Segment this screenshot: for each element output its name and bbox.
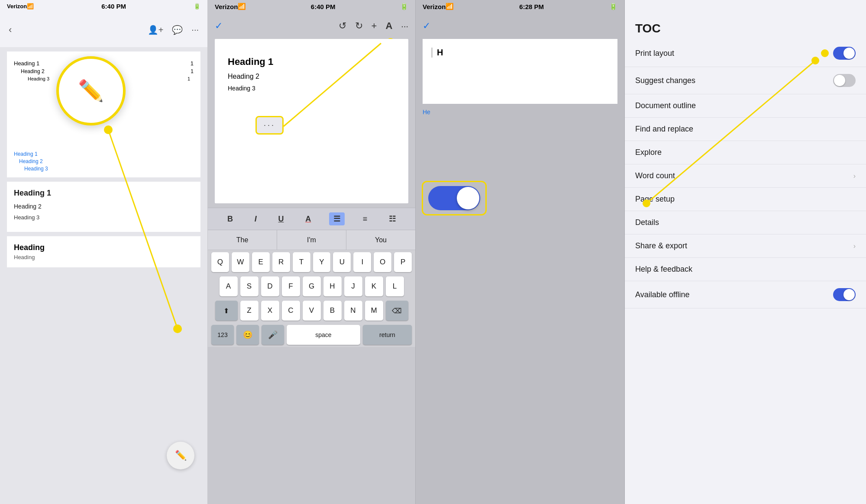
print-layout-label: Print layout — [635, 49, 674, 58]
key-l[interactable]: L — [386, 276, 404, 296]
suggest-changes-toggle[interactable] — [833, 74, 856, 87]
key-return[interactable]: return — [363, 325, 412, 345]
menu-item-share-export[interactable]: Share & export › — [625, 234, 866, 258]
key-e[interactable]: E — [252, 252, 270, 272]
comment-icon[interactable]: 💬 — [172, 25, 183, 35]
doc-headings-section: Heading 1 Heading 2 Heading 3 — [7, 182, 200, 232]
autocomplete-bar: The I'm You — [208, 230, 415, 250]
menu-item-explore[interactable]: Explore — [625, 141, 866, 164]
align-center-button[interactable]: ≡ — [359, 213, 371, 225]
key-delete[interactable]: ⌫ — [386, 301, 408, 321]
add-person-icon[interactable]: 👤+ — [148, 25, 164, 35]
edit-fab-big[interactable]: ✏️ — [56, 56, 126, 125]
toc-link-h1[interactable]: Heading 1 — [14, 151, 194, 157]
share-export-label: Share & export — [635, 241, 687, 250]
menu-item-page-setup[interactable]: Page setup — [625, 188, 866, 211]
pencil-icon-big: ✏️ — [78, 79, 104, 103]
menu-item-print-layout[interactable]: Print layout — [625, 40, 866, 67]
big-toggle-switch[interactable] — [428, 186, 480, 210]
undo-button[interactable]: ↺ — [339, 20, 346, 32]
panel3-toolbar: ✓ — [416, 13, 624, 39]
bold-button[interactable]: B — [224, 213, 236, 225]
redo-button[interactable]: ↻ — [355, 20, 363, 32]
more-icon-1[interactable]: ··· — [191, 25, 199, 35]
key-row-3: ⬆ Z X C V B N M ⌫ — [208, 299, 415, 323]
three-dots-box[interactable]: ··· — [255, 116, 284, 135]
available-offline-toggle[interactable] — [833, 288, 856, 301]
edit-fab-small[interactable]: ✏️ — [167, 442, 194, 469]
key-u[interactable]: U — [333, 252, 351, 272]
autocomplete-you[interactable]: You — [346, 230, 415, 250]
key-d[interactable]: D — [261, 276, 279, 296]
key-s[interactable]: S — [240, 276, 259, 296]
key-h[interactable]: H — [323, 276, 342, 296]
text-color-button[interactable]: A — [302, 213, 314, 225]
key-o[interactable]: O — [374, 252, 391, 272]
explore-label: Explore — [635, 148, 662, 157]
key-m[interactable]: M — [365, 301, 383, 321]
key-shift[interactable]: ⬆ — [215, 301, 238, 321]
panel2-toolbar: ✓ ↺ ↻ + A ··· — [208, 13, 415, 39]
align-left-button[interactable]: ☰ — [329, 212, 345, 225]
key-emoji[interactable]: 😊 — [236, 325, 259, 345]
toc-link-h2[interactable]: Heading 2 — [14, 158, 194, 164]
time-3: 6:28 PM — [519, 3, 544, 10]
word-count-label: Word count — [635, 171, 675, 180]
key-j[interactable]: J — [344, 276, 362, 296]
menu-item-word-count[interactable]: Word count › — [625, 164, 866, 188]
toc-links-section: Heading 1 Heading 2 Heading 3 — [7, 147, 200, 177]
print-layout-toggle[interactable] — [833, 47, 856, 60]
toc-menu-title: TOC — [625, 13, 866, 40]
key-g[interactable]: G — [303, 276, 321, 296]
autocomplete-the[interactable]: The — [208, 230, 277, 250]
key-row-2: A S D F G H J K L — [208, 274, 415, 299]
footer-heading: Heading — [14, 243, 194, 252]
key-123[interactable]: 123 — [211, 325, 234, 345]
menu-item-find-replace[interactable]: Find and replace — [625, 118, 866, 141]
menu-item-suggest-changes[interactable]: Suggest changes — [625, 67, 866, 94]
key-z[interactable]: Z — [240, 301, 259, 321]
check-button-3[interactable]: ✓ — [423, 20, 430, 32]
key-space[interactable]: space — [287, 325, 360, 345]
key-x[interactable]: X — [261, 301, 279, 321]
italic-button[interactable]: I — [251, 213, 260, 225]
toggle-box-annotation[interactable] — [422, 181, 487, 215]
key-v[interactable]: V — [303, 301, 321, 321]
doc-heading1: Heading 1 — [14, 189, 194, 198]
key-w[interactable]: W — [232, 252, 249, 272]
back-icon[interactable]: ‹ — [9, 24, 12, 35]
keyboard: Q W E R T Y U I O P A S D F G H J K L ⬆ … — [208, 250, 415, 347]
key-t[interactable]: T — [293, 252, 310, 272]
key-mic[interactable]: 🎤 — [262, 325, 284, 345]
key-n[interactable]: N — [344, 301, 362, 321]
key-y[interactable]: Y — [313, 252, 331, 272]
menu-item-help-feedback[interactable]: Help & feedback — [625, 258, 866, 281]
text-format-button[interactable]: A — [385, 20, 392, 32]
panel3-blue-link[interactable]: He — [423, 109, 430, 116]
toc-link-h3[interactable]: Heading 3 — [14, 166, 194, 172]
key-r[interactable]: R — [272, 252, 290, 272]
key-row-1: Q W E R T Y U I O P — [208, 250, 415, 274]
add-button[interactable]: + — [372, 20, 377, 32]
key-q[interactable]: Q — [211, 252, 229, 272]
key-p[interactable]: P — [394, 252, 412, 272]
key-b[interactable]: B — [323, 301, 342, 321]
more-button-2[interactable]: ··· — [401, 21, 408, 31]
pencil-icon-small: ✏️ — [175, 450, 187, 461]
menu-item-document-outline[interactable]: Document outline — [625, 94, 866, 118]
underline-button[interactable]: U — [275, 213, 287, 225]
key-c[interactable]: C — [282, 301, 300, 321]
suggest-changes-label: Suggest changes — [635, 76, 695, 85]
key-i[interactable]: I — [353, 252, 371, 272]
check-button-2[interactable]: ✓ — [215, 20, 223, 32]
panel3-doc: H — [423, 39, 617, 104]
menu-item-available-offline[interactable]: Available offline — [625, 281, 866, 308]
list-button[interactable]: ☷ — [385, 212, 399, 225]
key-a[interactable]: A — [220, 276, 238, 296]
details-label: Details — [635, 218, 659, 227]
key-k[interactable]: K — [365, 276, 383, 296]
key-f[interactable]: F — [282, 276, 300, 296]
menu-item-details[interactable]: Details — [625, 211, 866, 234]
autocomplete-im[interactable]: I'm — [277, 230, 346, 250]
panel3-heading: H — [431, 48, 609, 58]
